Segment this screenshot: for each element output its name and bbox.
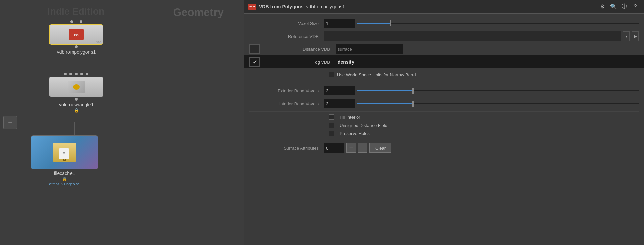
voxel-size-label: Voxel Size	[249, 21, 324, 26]
connector-dot	[86, 73, 88, 75]
fog-vdb-checkbox[interactable]: ✓	[249, 57, 260, 67]
help-button[interactable]: ?	[630, 2, 640, 12]
vdb-node-label: vdbfrompolygons1	[57, 49, 96, 55]
reference-vdb-dropdown[interactable]: ▼	[623, 31, 630, 41]
divider-3	[249, 139, 639, 139]
fill-interior-checkbox[interactable]	[329, 114, 334, 120]
infinity-icon: ∞	[74, 31, 79, 38]
distance-vdb-checkbox[interactable]	[249, 44, 260, 54]
reference-vdb-label: Reference VDB	[249, 34, 324, 39]
zoom-minus-button[interactable]: −	[3, 116, 17, 129]
connector-dot	[80, 73, 83, 75]
voxel-size-value-area	[324, 19, 639, 28]
world-space-label: Use World Space Units for Narrow Band	[337, 72, 416, 77]
preserve-holes-row: Preserve Holes	[244, 129, 644, 137]
lock-icon: 🔒	[74, 108, 79, 113]
fog-vdb-label: Fog VDB	[261, 60, 336, 65]
properties-panel: VDB VDB from Polygons vdbfrompolygons1 ⚙…	[244, 0, 644, 245]
preserve-holes-label: Preserve Holes	[340, 131, 370, 136]
interior-band-slider-thumb[interactable]	[412, 101, 414, 107]
vdb-node-icon: ∞ VDB	[69, 29, 84, 40]
distance-vdb-label: Distance VDB	[261, 47, 336, 52]
node-volumewrangle[interactable]: volumewrangle1 🔒	[49, 73, 103, 113]
context-label: Geometry	[173, 6, 224, 19]
surface-attributes-add-button[interactable]: +	[346, 143, 356, 153]
exterior-band-slider[interactable]	[357, 90, 639, 91]
world-space-row: Use World Space Units for Narrow Band	[244, 68, 644, 81]
filecache-node-box[interactable]: ⊟	[31, 135, 98, 169]
filecache-disk-icon: ⊟	[59, 148, 69, 159]
filecache-folder-icon: ⊟	[53, 143, 76, 162]
surface-attributes-clear-button[interactable]: Clear	[369, 143, 391, 153]
surface-attributes-remove-button[interactable]: −	[358, 143, 367, 153]
fill-interior-label: Fill Interior	[340, 115, 360, 120]
fog-vdb-value-area	[336, 56, 639, 68]
exterior-band-value-area	[324, 86, 639, 95]
filecache-lock-icon: 🔒	[62, 177, 67, 181]
interior-band-slider-fill	[357, 103, 413, 104]
exterior-band-slider-fill	[357, 90, 413, 91]
unsigned-distance-row: Unsigned Distance Field	[244, 121, 644, 129]
interior-band-slider[interactable]	[357, 103, 639, 104]
node-graph-panel: Indie Edition Geometry ∞ VDB vdbfrompoly…	[0, 0, 244, 245]
interior-band-value-area	[324, 99, 639, 108]
volumewrangle-icon	[68, 81, 85, 93]
vdb-connectors-top	[70, 20, 82, 24]
connector-dot	[70, 20, 73, 23]
connector-dot	[64, 73, 67, 75]
surface-attributes-label: Surface Attributes	[249, 146, 324, 151]
gear-button[interactable]: ⚙	[598, 2, 607, 12]
volumewrangle-node-label: volumewrangle1	[59, 102, 94, 107]
node-type-icon: VDB	[248, 4, 256, 10]
connector-dot	[80, 20, 82, 23]
vdb-node-box[interactable]: ∞ VDB	[49, 24, 103, 45]
reference-vdb-value-area: ▼ ▶	[324, 31, 639, 41]
connector-dot	[69, 73, 72, 75]
vdb-connector-bottom	[75, 45, 78, 48]
voxel-size-row: Voxel Size	[244, 17, 644, 30]
voxel-size-slider-fill	[357, 23, 390, 24]
node-filecache[interactable]: ⊟ filecache1 🔒 atmos_v1.bgeo.sc	[31, 135, 98, 186]
voxel-size-input[interactable]	[324, 19, 355, 28]
world-space-checkbox[interactable]	[329, 72, 334, 77]
node-vdb[interactable]: ∞ VDB vdbfrompolygons1	[49, 20, 103, 55]
interior-band-label: Interior Band Voxels	[249, 101, 324, 106]
surface-attributes-value-area: + − Clear	[324, 143, 639, 153]
surface-attributes-count-input[interactable]	[324, 143, 344, 153]
exterior-band-input[interactable]	[324, 86, 355, 95]
reference-vdb-input[interactable]	[324, 31, 621, 41]
search-button[interactable]: 🔍	[609, 2, 618, 12]
fog-vdb-row: ✓ Fog VDB	[244, 55, 644, 68]
volumewrangle-connectors-top	[64, 73, 88, 76]
unsigned-distance-label: Unsigned Distance Field	[340, 123, 387, 128]
filecache-node-label: filecache1	[54, 171, 75, 176]
unsigned-distance-checkbox[interactable]	[329, 122, 334, 128]
fog-vdb-input[interactable]	[336, 56, 639, 68]
preserve-holes-checkbox[interactable]	[329, 131, 334, 136]
reference-vdb-arrow[interactable]: ▶	[632, 31, 639, 41]
voxel-size-slider-thumb[interactable]	[390, 20, 391, 26]
voxel-size-slider[interactable]	[357, 23, 639, 24]
edition-watermark: Indie Edition	[47, 6, 104, 17]
node-name-label: vdbfrompolygons1	[306, 4, 595, 9]
vdb-label-small: VDB	[96, 41, 101, 43]
vdb-type-label: VDB	[249, 5, 255, 8]
filecache-path-label: atmos_v1.bgeo.sc	[49, 182, 79, 186]
distance-vdb-input[interactable]	[336, 44, 403, 54]
title-bar: VDB VDB from Polygons vdbfrompolygons1 ⚙…	[244, 0, 644, 14]
divider-2	[249, 111, 639, 112]
properties-area: Voxel Size Reference VDB ▼ ▶ Distance VD…	[244, 14, 644, 245]
connections-svg	[0, 0, 244, 245]
fill-interior-row: Fill Interior	[244, 113, 644, 121]
info-button[interactable]: ⓘ	[620, 2, 629, 12]
interior-band-input[interactable]	[324, 99, 355, 108]
connector-dot	[75, 73, 78, 75]
exterior-band-slider-thumb[interactable]	[412, 88, 414, 94]
interior-band-row: Interior Band Voxels	[244, 97, 644, 110]
title-bar-actions: ⚙ 🔍 ⓘ ?	[598, 2, 640, 12]
reference-vdb-row: Reference VDB ▼ ▶	[244, 30, 644, 43]
volumewrangle-node-box[interactable]	[49, 77, 103, 97]
exterior-band-row: Exterior Band Voxels	[244, 84, 644, 97]
distance-vdb-row: Distance VDB	[244, 43, 644, 55]
exterior-band-label: Exterior Band Voxels	[249, 88, 324, 93]
